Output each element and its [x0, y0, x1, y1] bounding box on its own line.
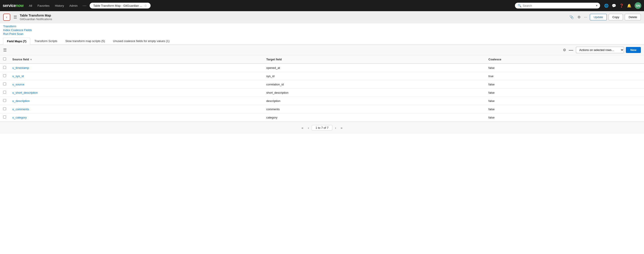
- update-button[interactable]: Update: [590, 14, 607, 20]
- nav-favorites[interactable]: Favorites: [36, 3, 51, 8]
- row-checkbox-2[interactable]: [3, 83, 6, 85]
- source-field-link-5[interactable]: u_comments: [12, 108, 29, 111]
- source-field-cell: u_short_description: [9, 89, 263, 97]
- row-checkbox-3[interactable]: [3, 91, 6, 94]
- hamburger-menu-icon[interactable]: ☰: [14, 15, 17, 20]
- avatar[interactable]: SN: [634, 2, 641, 9]
- table-row: u_sys_id sys_id true: [0, 72, 644, 80]
- table-row: u_comments comments false: [0, 105, 644, 113]
- row-checkbox-cell[interactable]: [0, 72, 9, 80]
- page-info: 1 to 7 of 7: [312, 125, 332, 130]
- field-maps-table-container: Source field ▼ Target field Coalesce u_t…: [0, 55, 644, 122]
- source-field-link-1[interactable]: u_sys_id: [12, 74, 24, 78]
- breadcrumb-run-point-scan[interactable]: Run Point Scan: [3, 32, 641, 35]
- tab-transform-scripts[interactable]: Transform Scripts: [31, 37, 61, 44]
- source-field-link-4[interactable]: u_description: [12, 99, 30, 103]
- delete-button[interactable]: Delete: [625, 14, 641, 20]
- target-field-cell: description: [263, 97, 485, 105]
- prev-page-button[interactable]: ‹: [306, 125, 311, 130]
- source-field-link-2[interactable]: u_source: [12, 83, 24, 86]
- logo[interactable]: servicenow: [3, 3, 24, 8]
- coalesce-cell: false: [485, 63, 644, 72]
- bell-icon[interactable]: 🔔: [627, 3, 632, 8]
- pag-of-label: of: [324, 126, 326, 129]
- coalesce-cell: false: [485, 80, 644, 89]
- tab-field-maps[interactable]: Field Maps (7): [3, 38, 30, 45]
- coalesce-cell: false: [485, 97, 644, 105]
- table-menu-icon[interactable]: ☰: [3, 48, 7, 53]
- nav-more-options[interactable]: ⋯: [81, 2, 88, 9]
- actions-on-rows-select[interactable]: Actions on selected rows...: [576, 47, 624, 53]
- next-page-button[interactable]: ›: [333, 125, 338, 130]
- table-row: u_source correlation_id false: [0, 80, 644, 89]
- select-all-checkbox[interactable]: [3, 57, 6, 60]
- source-field-link-0[interactable]: u_timestamp: [12, 66, 29, 70]
- first-page-button[interactable]: «: [300, 125, 305, 130]
- target-field-cell: correlation_id: [263, 80, 485, 89]
- row-checkbox-cell[interactable]: [0, 63, 9, 72]
- breadcrumbs: Transform Index Coalesce Fields Run Poin…: [0, 23, 644, 36]
- coalesce-header: Coalesce: [485, 55, 644, 63]
- record-header: ‹ ☰ Table Transform Map GitGuardian Noti…: [0, 11, 644, 23]
- paperclip-icon[interactable]: 📎: [568, 14, 575, 20]
- row-checkbox-5[interactable]: [3, 107, 6, 110]
- target-field-cell: sys_id: [263, 72, 485, 80]
- more-actions-icon[interactable]: ···: [583, 14, 588, 20]
- table-minus-icon[interactable]: —: [568, 47, 574, 53]
- search-icon: 🔍: [518, 4, 522, 7]
- settings-sliders-icon[interactable]: ⚙: [576, 14, 582, 20]
- new-record-button[interactable]: New: [626, 47, 641, 53]
- nav-history[interactable]: History: [53, 3, 66, 8]
- globe-icon[interactable]: 🌐: [604, 3, 608, 8]
- breadcrumb-transform[interactable]: Transform: [3, 25, 641, 28]
- row-checkbox-1[interactable]: [3, 74, 6, 77]
- table-row: u_timestamp opened_at false: [0, 63, 644, 72]
- target-field-cell: comments: [263, 105, 485, 113]
- row-checkbox-cell[interactable]: [0, 97, 9, 105]
- source-field-header: Source field ▼: [9, 55, 263, 63]
- logo-text: servicenow: [3, 3, 24, 8]
- target-field-header: Target field: [263, 55, 485, 63]
- source-field-cell: u_timestamp: [9, 63, 263, 72]
- target-field-cell: short_description: [263, 89, 485, 97]
- tab-unused-coalesce[interactable]: Unused coalesce fields for empty values …: [109, 37, 173, 44]
- target-field-cell: category: [263, 113, 485, 122]
- coalesce-cell: false: [485, 89, 644, 97]
- active-tab-pill[interactable]: Table Transform Map - GitGuardian ... ☆: [90, 3, 150, 8]
- search-bar[interactable]: 🔍 ▾: [515, 3, 600, 8]
- table-row: u_description description false: [0, 97, 644, 105]
- favorite-star-icon[interactable]: ☆: [144, 4, 147, 7]
- last-page-button[interactable]: »: [339, 125, 344, 130]
- table-row: u_category category false: [0, 113, 644, 122]
- row-checkbox-cell[interactable]: [0, 89, 9, 97]
- row-checkbox-cell[interactable]: [0, 113, 9, 122]
- row-checkbox-4[interactable]: [3, 99, 6, 102]
- search-input[interactable]: [523, 4, 595, 7]
- breadcrumb-index-coalesce[interactable]: Index Coalesce Fields: [3, 28, 641, 32]
- table-toolbar: ☰ ⚙ — Actions on selected rows... New: [0, 45, 644, 55]
- row-checkbox-6[interactable]: [3, 116, 6, 119]
- source-field-cell: u_category: [9, 113, 263, 122]
- tabs: Field Maps (7) Transform Scripts Slow tr…: [0, 37, 644, 45]
- table-settings-icon[interactable]: ⚙: [563, 48, 566, 52]
- back-button[interactable]: ‹: [3, 14, 10, 21]
- help-icon[interactable]: ❓: [619, 3, 624, 8]
- nav-all[interactable]: All: [27, 3, 34, 8]
- source-field-cell: u_comments: [9, 105, 263, 113]
- tab-slow-transform[interactable]: Slow transform map scripts (5): [62, 37, 109, 44]
- table-row: u_short_description short_description fa…: [0, 89, 644, 97]
- source-field-cell: u_source: [9, 80, 263, 89]
- source-field-link-6[interactable]: u_category: [12, 116, 27, 119]
- search-dropdown-icon[interactable]: ▾: [596, 4, 598, 7]
- nav-admin[interactable]: Admin: [68, 3, 79, 8]
- sort-icon[interactable]: ▼: [30, 58, 32, 61]
- field-maps-table: Source field ▼ Target field Coalesce u_t…: [0, 55, 644, 122]
- row-checkbox-0[interactable]: [3, 66, 6, 69]
- row-checkbox-cell[interactable]: [0, 80, 9, 89]
- chat-icon[interactable]: 💬: [612, 3, 616, 8]
- row-checkbox-cell[interactable]: [0, 105, 9, 113]
- pagination: « ‹ 1 to 7 of 7 › »: [0, 122, 644, 134]
- copy-button[interactable]: Copy: [608, 14, 623, 20]
- source-field-link-3[interactable]: u_short_description: [12, 91, 38, 94]
- target-field-cell: opened_at: [263, 63, 485, 72]
